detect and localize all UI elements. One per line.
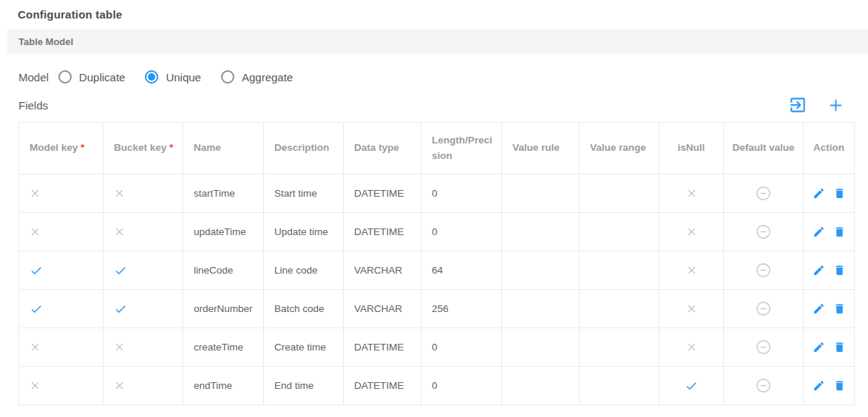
action-cell [804, 251, 855, 290]
default-value-cell [724, 251, 804, 290]
isnull-cell [660, 290, 724, 328]
default-value-button[interactable] [755, 300, 772, 317]
import-icon [788, 95, 807, 115]
delete-icon [833, 379, 846, 392]
model-label: Model [18, 71, 49, 84]
fields-label: Fields [18, 99, 48, 112]
bucket-key-cell [104, 174, 183, 213]
bucket-key-cell [104, 328, 183, 367]
edit-field-button[interactable] [813, 226, 825, 238]
isnull-cell [660, 251, 724, 290]
default-value-button[interactable] [755, 223, 772, 240]
delete-field-button[interactable] [833, 226, 846, 238]
radio-icon [145, 70, 158, 84]
page-title: Configuration table [0, 0, 868, 29]
bucket-key-cell [104, 367, 183, 405]
default-value-cell [724, 174, 804, 213]
edit-icon [813, 226, 825, 238]
value-range-cell [580, 367, 660, 405]
edit-field-button[interactable] [813, 187, 825, 200]
radio-icon [221, 70, 234, 84]
name-cell: endTime [183, 367, 264, 405]
edit-field-button[interactable] [813, 341, 825, 353]
name-cell: startTime [183, 174, 264, 213]
minus-circle-icon [755, 223, 772, 240]
description-cell: Start time [264, 174, 344, 213]
edit-icon [813, 264, 825, 277]
minus-circle-icon [755, 262, 772, 279]
model-key-cell [19, 328, 104, 367]
default-value-button[interactable] [755, 262, 772, 279]
value-rule-cell [502, 251, 580, 290]
value-range-cell [580, 251, 660, 290]
action-cell [804, 290, 855, 328]
cross-icon [114, 188, 125, 199]
table-model-section-bar: Table Model [7, 29, 868, 54]
edit-icon [813, 379, 825, 392]
cross-icon [686, 188, 697, 199]
action-cell [804, 213, 855, 251]
delete-field-button[interactable] [833, 379, 846, 392]
edit-field-button[interactable] [813, 379, 825, 392]
name-cell: orderNumber [183, 290, 264, 328]
add-field-button[interactable] [827, 97, 844, 114]
delete-field-button[interactable] [833, 187, 846, 200]
column-header: Action [804, 123, 855, 174]
check-icon [30, 264, 43, 277]
value-rule-cell [502, 290, 580, 328]
isnull-cell [660, 367, 724, 405]
value-range-cell [580, 328, 660, 367]
import-fields-button[interactable] [788, 95, 807, 115]
data-type-cell: VARCHAR [344, 251, 421, 290]
default-value-button[interactable] [755, 185, 772, 202]
name-cell: lineCode [183, 251, 264, 290]
radio-label: Unique [166, 71, 201, 84]
model-radio-group: DuplicateUniqueAggregate [58, 70, 313, 84]
action-cell [804, 367, 855, 405]
value-rule-cell [502, 367, 580, 405]
model-key-cell [19, 367, 104, 405]
bucket-key-cell [104, 290, 183, 328]
model-row: Model DuplicateUniqueAggregate [18, 68, 868, 86]
required-asterisk: * [166, 142, 173, 153]
column-header: Description [264, 123, 344, 174]
edit-icon [813, 302, 825, 315]
value-range-cell [580, 290, 660, 328]
plus-icon [827, 97, 844, 114]
edit-field-button[interactable] [813, 302, 825, 315]
action-cell [804, 174, 855, 213]
delete-field-button[interactable] [833, 302, 846, 315]
default-value-button[interactable] [755, 339, 772, 356]
value-rule-cell [502, 174, 580, 213]
table-header-row: Model key *Bucket key *NameDescriptionDa… [19, 123, 855, 174]
length-precision-cell: 0 [421, 213, 502, 251]
model-key-cell [19, 251, 104, 290]
description-cell: Update time [264, 213, 344, 251]
column-header: Name [183, 123, 264, 174]
default-value-cell [724, 290, 804, 328]
radio-option-duplicate[interactable]: Duplicate [58, 70, 126, 84]
edit-field-button[interactable] [813, 264, 825, 277]
model-key-cell [19, 174, 104, 213]
default-value-button[interactable] [755, 377, 772, 394]
length-precision-cell: 64 [421, 251, 502, 290]
cross-icon [686, 265, 697, 276]
value-range-cell [580, 174, 660, 213]
table-row: createTimeCreate timeDATETIME0 [19, 328, 855, 367]
table-row: endTimeEnd timeDATETIME0 [19, 367, 855, 405]
table-row: lineCodeLine codeVARCHAR64 [19, 251, 855, 290]
radio-option-aggregate[interactable]: Aggregate [221, 70, 293, 84]
data-type-cell: VARCHAR [344, 290, 421, 328]
name-cell: updateTime [183, 213, 264, 251]
check-icon [685, 379, 698, 393]
data-type-cell: DATETIME [344, 367, 421, 405]
radio-option-unique[interactable]: Unique [145, 70, 201, 84]
column-header: Model key * [19, 123, 104, 174]
name-cell: createTime [183, 328, 264, 367]
delete-field-button[interactable] [833, 341, 846, 353]
default-value-cell [724, 367, 804, 405]
length-precision-cell: 0 [421, 174, 502, 213]
radio-label: Aggregate [242, 71, 293, 84]
fields-table: Model key *Bucket key *NameDescriptionDa… [18, 122, 855, 405]
delete-field-button[interactable] [833, 264, 846, 277]
